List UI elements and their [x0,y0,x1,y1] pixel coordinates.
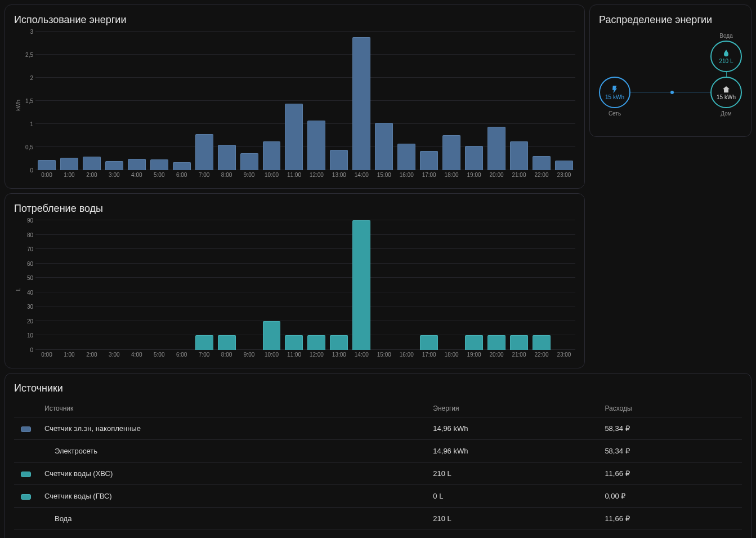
bar-cell[interactable] [58,32,80,170]
x-tick: 16:00 [395,350,418,359]
bar-cell[interactable] [126,32,148,170]
bar-cell[interactable] [283,32,305,170]
bar[interactable] [307,121,325,170]
bar-cell[interactable] [440,32,463,170]
bar-cell[interactable] [485,32,508,170]
bar-cell[interactable] [193,220,216,350]
bar[interactable] [195,134,213,170]
bar-cell[interactable] [171,32,193,170]
bar[interactable] [83,157,101,170]
bar-cell[interactable] [148,220,171,350]
bar-cell[interactable] [238,32,261,170]
bar[interactable] [195,335,213,350]
bar[interactable] [218,335,236,350]
node-grid[interactable]: 15 kWh [599,77,630,108]
bar[interactable] [533,335,551,350]
bar-cell[interactable] [395,220,418,350]
bar[interactable] [533,156,551,170]
bar[interactable] [38,160,56,170]
bar-cell[interactable] [58,220,80,350]
bar[interactable] [352,37,370,170]
table-row[interactable]: Вода210 L11,66 ₽ [14,508,742,530]
x-tick: 5:00 [148,350,171,359]
bar[interactable] [510,141,528,170]
bar[interactable] [128,159,146,170]
bar[interactable] [487,127,506,170]
bar[interactable] [397,144,415,170]
bar-cell[interactable] [373,220,395,350]
bar-cell[interactable] [193,32,216,170]
bar-cell[interactable] [553,32,575,170]
bar-cell[interactable] [463,32,485,170]
table-row[interactable]: Счетчик воды (ГВС)0 L0,00 ₽ [14,485,742,508]
bar-cell[interactable] [283,220,305,350]
bar-cell[interactable] [171,220,193,350]
bar[interactable] [173,162,191,170]
bar-cell[interactable] [508,32,530,170]
bar-cell[interactable] [261,32,283,170]
bar-cell[interactable] [305,220,328,350]
bar-cell[interactable] [350,220,373,350]
bar-cell[interactable] [418,220,440,350]
bar-cell[interactable] [305,32,328,170]
node-label-grid: Сеть [599,110,630,117]
bar[interactable] [263,141,281,170]
bar[interactable] [285,104,303,170]
bar[interactable] [487,335,506,350]
water-icon [722,49,731,58]
bar-cell[interactable] [350,32,373,170]
bar-cell[interactable] [373,32,395,170]
bar[interactable] [307,335,325,350]
bar-cell[interactable] [103,32,126,170]
energy-chart[interactable]: 0:001:002:003:004:005:006:007:008:009:00… [35,32,575,179]
bar[interactable] [285,335,303,350]
bar[interactable] [330,150,348,170]
bar[interactable] [150,159,168,170]
table-row[interactable]: Электросеть14,96 kWh58,34 ₽ [14,440,742,463]
bar-cell[interactable] [103,220,126,350]
bar[interactable] [375,123,393,170]
bar[interactable] [420,335,438,350]
bar[interactable] [105,161,123,170]
node-water[interactable]: 210 L [710,41,742,72]
table-row[interactable]: Счетчик эл.эн, накопленные14,96 kWh58,34… [14,417,742,440]
source-name: Счетчик эл.эн, накопленные [38,417,426,440]
bar-cell[interactable] [261,220,283,350]
table-row[interactable]: Счетчик воды (ХВС)210 L11,66 ₽ [14,463,742,485]
bar-cell[interactable] [553,220,575,350]
bar[interactable] [465,335,483,350]
bar[interactable] [218,145,236,170]
bar-cell[interactable] [216,220,238,350]
bar-cell[interactable] [328,220,350,350]
bar-cell[interactable] [35,32,58,170]
bar[interactable] [555,161,573,170]
bar-cell[interactable] [148,32,171,170]
bar-cell[interactable] [126,220,148,350]
bar-cell[interactable] [440,220,463,350]
bar-cell[interactable] [508,220,530,350]
bar[interactable] [442,135,460,170]
bar[interactable] [465,146,483,170]
bar[interactable] [240,153,258,170]
bar-cell[interactable] [238,220,261,350]
bar[interactable] [420,151,438,170]
bar-cell[interactable] [530,220,553,350]
node-home[interactable]: 15 kWh [710,77,742,108]
bar[interactable] [510,335,528,350]
bar-cell[interactable] [80,220,103,350]
bar-cell[interactable] [80,32,103,170]
bar[interactable] [60,158,78,170]
bar-cell[interactable] [35,220,58,350]
water-chart[interactable]: 0:001:002:003:004:005:006:007:008:009:00… [35,220,575,359]
bar-cell[interactable] [530,32,553,170]
bar-cell[interactable] [216,32,238,170]
bar-cell[interactable] [395,32,418,170]
bar[interactable] [352,220,370,350]
bar-cell[interactable] [463,220,485,350]
bar[interactable] [330,335,348,350]
table-row[interactable]: Итого70,01 ₽ [14,530,742,539]
bar-cell[interactable] [485,220,508,350]
bar-cell[interactable] [418,32,440,170]
bar[interactable] [263,321,281,350]
bar-cell[interactable] [328,32,350,170]
